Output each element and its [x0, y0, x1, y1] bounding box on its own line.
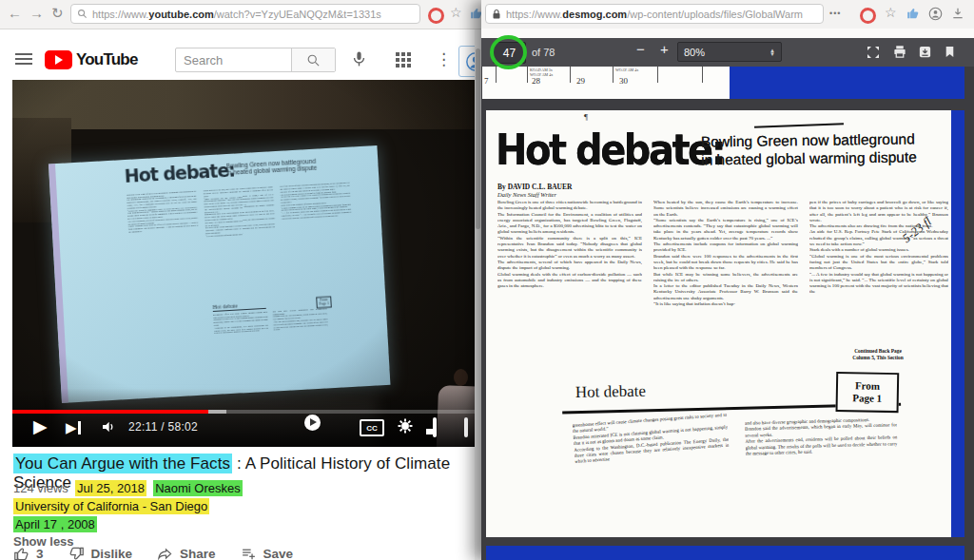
- select-arrows-icon: ▲▼: [769, 48, 775, 56]
- left-browser-window: ← → ↻ https://www.youtube.com/watch?v=Yz…: [0, 0, 481, 560]
- jump-column-1: greenhouse effect will cause climate cha…: [572, 413, 733, 526]
- newspaper-clipping: ¶ Hot debate: Bowling Green now battlegr…: [486, 110, 951, 537]
- upload-date: Jul 25, 2018: [75, 480, 146, 496]
- share-label: Share: [180, 547, 216, 560]
- page-count-label: of 78: [532, 47, 555, 58]
- right-browser-window: https://www.desmog.com/wp-content/upload…: [481, 0, 974, 560]
- from-page-box: From Page 1: [836, 372, 900, 413]
- extension-ring-icon[interactable]: [860, 8, 876, 24]
- day-number: 29: [576, 76, 585, 86]
- page-scrollbar[interactable]: [475, 29, 481, 560]
- pdf-toolbar: 47 of 78 − + 80% ▲▼: [481, 38, 974, 68]
- save-button[interactable]: Save: [241, 546, 294, 560]
- played-bar: [12, 410, 208, 414]
- like-button[interactable]: 3: [13, 546, 44, 560]
- reload-button[interactable]: ↻: [51, 3, 64, 24]
- left-browser-toolbar: ← → ↻ https://www.youtube.com/watch?v=Yz…: [0, 0, 481, 29]
- search-button[interactable]: [291, 48, 335, 71]
- extension-star-icon[interactable]: ☆: [885, 5, 897, 20]
- pdf-viewer-area[interactable]: 7 28 29 30 KOAD AM 3x WOAY AM 4x WOAY AM…: [481, 67, 974, 560]
- article-headline: Hot debate:: [496, 126, 724, 175]
- youtube-header: YouTube ⋮: [0, 29, 481, 80]
- save-label: Save: [263, 547, 294, 560]
- headline-overline: [754, 123, 844, 127]
- save-playlist-icon: [241, 546, 257, 560]
- dislike-label: Dislike: [91, 547, 133, 560]
- page-actions-icon[interactable]: •••: [829, 9, 841, 18]
- print-icon[interactable]: [892, 45, 907, 59]
- dislike-button[interactable]: Dislike: [68, 546, 133, 560]
- title-highlight: You Can Argue with the Facts: [13, 454, 232, 473]
- youtube-logo-icon[interactable]: [45, 50, 72, 69]
- search-input[interactable]: [176, 48, 291, 71]
- extension-ring-icon[interactable]: [428, 8, 444, 24]
- calendar-strip: 7 28 29 30 KOAD AM 3x WOAY AM 4x WOAY AM…: [482, 67, 730, 99]
- url-text: https://www.youtube.com/watch?v=YzyUEaNQ…: [92, 9, 381, 20]
- youtube-logo-text[interactable]: YouTube: [76, 50, 138, 69]
- like-count: 3: [36, 547, 44, 560]
- video-actions-row: 3 Dislike Share Save: [13, 546, 293, 560]
- video-player[interactable]: Hot debate: Bowling Green now battlegrou…: [12, 80, 478, 447]
- search-icon: [306, 53, 321, 68]
- mic-icon[interactable]: [351, 48, 367, 71]
- right-browser-toolbar: https://www.desmog.com/wp-content/upload…: [481, 0, 974, 29]
- pdf-page-48-sliver: [486, 546, 964, 560]
- presentation-mode-icon[interactable]: [866, 45, 881, 60]
- annotation-circle: [490, 35, 527, 69]
- video-meta-line-1: 124 views Jul 25, 2018 Naomi Oreskes: [13, 481, 243, 495]
- zoom-level-value: 80%: [684, 47, 705, 58]
- extension-thumb-icon[interactable]: [470, 7, 481, 20]
- time-display: 22:11 / 58:02: [128, 420, 198, 434]
- bookmark-icon[interactable]: [944, 45, 956, 59]
- search-icon: [77, 9, 88, 19]
- more-options-icon[interactable]: ⋮: [436, 49, 452, 69]
- pilcrow-mark: ¶: [584, 112, 588, 122]
- view-count: 124 views: [13, 481, 68, 495]
- url-text: https://www.desmog.com/wp-content/upload…: [506, 9, 803, 20]
- thumb-up-icon: [13, 546, 29, 560]
- speaker-name: Naomi Oreskes: [153, 480, 243, 496]
- play-button[interactable]: ▶: [33, 417, 48, 435]
- day-number: 30: [619, 76, 628, 86]
- captions-button[interactable]: CC: [360, 419, 384, 436]
- lock-icon: [492, 9, 501, 20]
- article-byline-title: Daily News Staff Writer: [497, 191, 556, 198]
- video-meta-line-3: April 17 , 2008: [13, 517, 97, 531]
- zoom-out-button[interactable]: −: [636, 41, 645, 57]
- jump-section: Hot debate From Page 1 greenhouse effect…: [562, 376, 909, 533]
- next-button[interactable]: ▶: [66, 419, 81, 436]
- jump-column-2: and also have diverse geographic and dem…: [745, 416, 900, 523]
- share-button[interactable]: Share: [157, 546, 216, 560]
- address-bar[interactable]: https://www.desmog.com/wp-content/upload…: [485, 4, 824, 24]
- talk-date: April 17 , 2008: [13, 516, 97, 532]
- article-subhead: Bowling Green now battlegroundin heated …: [701, 129, 917, 168]
- share-arrow-icon: [157, 546, 173, 560]
- extension-thumb-icon[interactable]: [906, 7, 920, 20]
- continued-note: Continued Back Page Column 5, This Secti…: [808, 348, 948, 361]
- download-pdf-icon[interactable]: [918, 45, 932, 59]
- settings-gear-icon[interactable]: [397, 417, 414, 434]
- forward-button[interactable]: →: [29, 3, 44, 24]
- screenshot: ← → ↻ https://www.youtube.com/watch?v=Yz…: [0, 0, 974, 560]
- calendar-note: WOAY AM 4x: [615, 68, 638, 73]
- affiliation: University of California - San Diego: [13, 498, 209, 514]
- article-column-1: Bowling Green is one of three cities nat…: [497, 200, 642, 354]
- volume-icon[interactable]: [100, 419, 117, 434]
- download-icon[interactable]: [951, 7, 964, 20]
- day-number: 7: [484, 76, 489, 86]
- account-icon[interactable]: [928, 7, 943, 21]
- zoom-in-button[interactable]: +: [660, 41, 669, 57]
- hamburger-menu-icon[interactable]: [15, 50, 32, 68]
- back-button[interactable]: ←: [8, 3, 22, 24]
- pdf-page-46-sliver: 7 28 29 30 KOAD AM 3x WOAY AM 4x WOAY AM…: [482, 67, 964, 99]
- day-number: 28: [532, 76, 540, 86]
- zoom-level-select[interactable]: 80% ▲▼: [677, 42, 782, 62]
- article-column-2: When heated by the sun, they cause the E…: [653, 200, 798, 354]
- article-byline: By DAVID C.L. BAUER: [497, 183, 572, 191]
- miniplayer-icon[interactable]: [433, 419, 437, 436]
- progress-bar[interactable]: [12, 410, 478, 414]
- extension-star-icon[interactable]: ☆: [450, 5, 462, 20]
- theater-mode-icon[interactable]: [464, 419, 468, 436]
- address-bar[interactable]: https://www.youtube.com/watch?v=YzyUEaNQ…: [70, 4, 420, 24]
- apps-grid-icon[interactable]: [396, 52, 411, 68]
